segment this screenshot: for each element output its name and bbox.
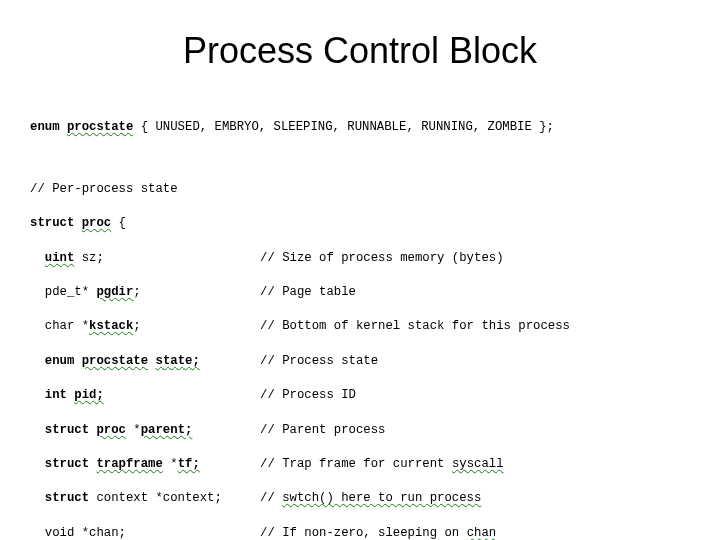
field-row: struct proc *parent;// Parent process: [30, 422, 690, 439]
slide-title: Process Control Block: [30, 30, 690, 72]
field-row: pde_t* pgdir;// Page table: [30, 284, 690, 301]
slide: Process Control Block enum procstate { U…: [0, 0, 720, 540]
field-row: void *chan;// If non-zero, sleeping on c…: [30, 525, 690, 540]
comment-header: // Per-process state: [30, 181, 690, 198]
field-row: char *kstack;// Bottom of kernel stack f…: [30, 318, 690, 335]
struct-open: struct proc {: [30, 215, 690, 232]
field-row: struct trapframe *tf;// Trap frame for c…: [30, 456, 690, 473]
field-row: struct context *context;// swtch() here …: [30, 490, 690, 507]
field-row: uint sz;// Size of process memory (bytes…: [30, 250, 690, 267]
code-block: enum procstate { UNUSED, EMBRYO, SLEEPIN…: [30, 102, 690, 540]
field-row: enum procstate state;// Process state: [30, 353, 690, 370]
field-row: int pid;// Process ID: [30, 387, 690, 404]
enum-line: enum procstate { UNUSED, EMBRYO, SLEEPIN…: [30, 119, 690, 136]
